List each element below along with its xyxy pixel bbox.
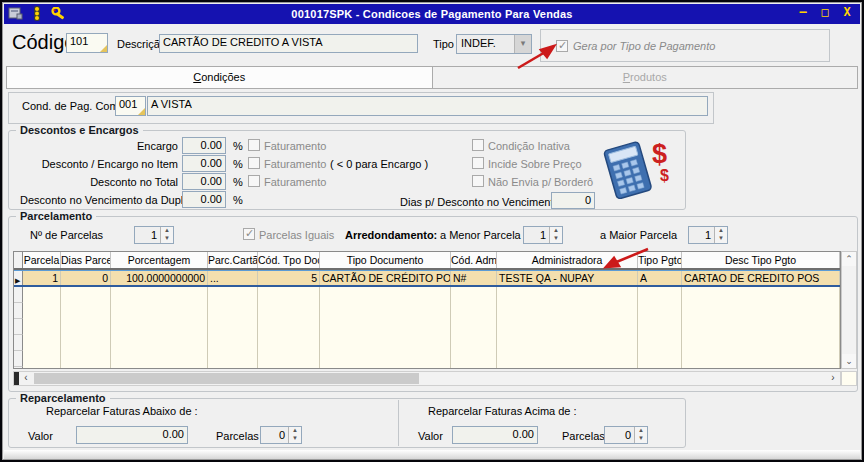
spin-down-icon[interactable]	[289, 435, 301, 443]
parcelas-acima-spinner[interactable]: 0	[604, 426, 648, 444]
desconto-value-field[interactable]: 0.00	[182, 137, 226, 154]
spin-down-icon[interactable]	[635, 435, 647, 443]
grid-empty-cell	[451, 287, 497, 303]
faturamento-label: Faturamento	[264, 140, 326, 152]
valor-abaixo-field[interactable]: 0.00	[76, 426, 188, 444]
grid-cell[interactable]: A	[638, 271, 682, 285]
grid-empty-cell	[320, 319, 451, 335]
desconto-value-field[interactable]: 0.00	[182, 155, 226, 172]
grid-empty-cell	[682, 335, 840, 351]
grid-cell[interactable]: CARTÃO DE CRÉDITO POS	[320, 271, 451, 285]
menor-parcela-spinner[interactable]: 1	[523, 226, 563, 244]
grid-empty-cell	[61, 319, 111, 335]
grid-empty-cell	[682, 287, 840, 303]
wrench-icon[interactable]	[51, 7, 66, 23]
spin-up-icon[interactable]	[635, 427, 647, 435]
tipo-label: Tipo	[433, 38, 454, 50]
grid-empty-cell	[451, 351, 497, 367]
grid-empty-cell	[638, 287, 682, 303]
scroll-down-button[interactable]: ⌄	[842, 354, 856, 368]
grid-vertical-scrollbar[interactable]: ⌃ ⌄	[841, 251, 857, 369]
grid-cell[interactable]: 1	[23, 271, 61, 285]
grid-header-cell[interactable]: Tipo Pgto	[638, 252, 682, 268]
grid-header-cell[interactable]: Desc Tipo Pgto	[682, 252, 840, 268]
grid-cell[interactable]: 0	[61, 271, 111, 285]
grid-empty-cell	[320, 335, 451, 351]
row-selector-cell	[14, 351, 23, 367]
grid-empty-cell	[111, 351, 208, 367]
grid-header-cell[interactable]: Cód. Adm.	[451, 252, 497, 268]
grid-header-cell[interactable]: Dias Parcela	[61, 252, 111, 268]
spin-up-icon[interactable]	[161, 227, 173, 235]
dias-desconto-label: Dias p/ Desconto no Vencimento	[400, 196, 546, 208]
grid-header-cell[interactable]: Cód. Tpo Doc	[258, 252, 320, 268]
parcelas-abaixo-spinner[interactable]: 0	[260, 426, 302, 444]
grid-empty-cell	[111, 367, 208, 369]
traffic-light-icon[interactable]	[32, 6, 42, 23]
grid-empty-cell	[208, 351, 258, 367]
maximize-button[interactable]: □	[818, 5, 832, 19]
grid-empty-cell	[208, 303, 258, 319]
num-parcelas-spinner[interactable]: 1	[134, 226, 174, 244]
grid-horizontal-scrollbar[interactable]: ‹ ›	[13, 371, 841, 386]
grid-empty-cell	[451, 319, 497, 335]
maior-parcela-spinner[interactable]: 1	[688, 226, 728, 244]
row-selector-cell	[14, 287, 23, 303]
grid-empty-cell	[682, 319, 840, 335]
spin-down-icon[interactable]	[550, 235, 562, 243]
cond-pag-code-field[interactable]: 001	[115, 96, 146, 116]
parcelas-iguais-label: Parcelas Iguais	[259, 229, 334, 241]
grid-cell[interactable]: 100.0000000000	[111, 271, 208, 285]
scroll-right-button[interactable]: ›	[826, 372, 840, 385]
faturamento-label: Faturamento	[264, 158, 326, 170]
window-bottom-edge	[4, 450, 860, 459]
close-button[interactable]: X	[840, 5, 854, 19]
grid-cell[interactable]: N#	[451, 271, 497, 285]
faturamento-checkbox	[248, 139, 260, 151]
form-icon[interactable]	[8, 7, 23, 22]
grid-scroll-corner	[841, 371, 857, 386]
codigo-field[interactable]: 101	[66, 33, 108, 53]
desconto-value-field[interactable]: 0.00	[182, 173, 226, 190]
cond-pag-desc-field[interactable]: A VISTA	[147, 96, 708, 116]
dias-desconto-field[interactable]: 0	[551, 192, 595, 209]
grid-header-cell[interactable]: Tipo Documento	[320, 252, 451, 268]
field-grip-icon	[100, 45, 107, 52]
valor-acima-field[interactable]: 0.00	[452, 426, 538, 444]
scroll-thumb[interactable]	[34, 373, 419, 384]
tab-condicoes[interactable]: Condições	[7, 67, 433, 88]
application-window: 001017SPK - Condicoes de Pagamento Para …	[0, 0, 864, 462]
gera-por-tipo-checkbox	[556, 40, 568, 52]
grid-empty-cell	[23, 335, 61, 351]
spin-up-icon[interactable]	[289, 427, 301, 435]
grid-cell[interactable]: ...	[208, 271, 258, 285]
reparcelamento-title: Reparcelamento	[16, 392, 110, 404]
spin-up-icon[interactable]	[715, 227, 727, 235]
grid-empty-cell	[61, 351, 111, 367]
grid-header-cell[interactable]: Parc.Cartão	[208, 252, 258, 268]
spin-down-icon[interactable]	[715, 235, 727, 243]
menor-parcela-label: a Menor Parcela	[440, 229, 521, 241]
grid-cell[interactable]: CARTAO DE CREDITO POS	[682, 271, 840, 285]
grid-cell[interactable]: TESTE QA - NUPAY	[497, 271, 638, 285]
grid-empty-cell	[258, 287, 320, 303]
option-checkbox-label: Condição Inativa	[488, 140, 570, 152]
descricao-field[interactable]: CARTÃO DE CREDITO A VISTA	[159, 34, 418, 53]
spin-up-icon[interactable]	[550, 227, 562, 235]
grid-empty-cell	[61, 303, 111, 319]
grid-empty-cell	[258, 367, 320, 369]
dropdown-arrow-icon	[514, 35, 531, 53]
spin-down-icon[interactable]	[161, 235, 173, 243]
scroll-up-button[interactable]: ⌃	[842, 252, 856, 266]
grid-cell[interactable]: 5	[258, 271, 320, 285]
scroll-left-button[interactable]: ‹	[19, 372, 33, 385]
valor-acima-label: Valor	[418, 430, 443, 442]
grid-header-cell[interactable]: Parcela	[23, 252, 61, 268]
grid-empty-cell	[23, 287, 61, 303]
grid-header-cell[interactable]: Administradora	[497, 252, 638, 268]
option-checkbox	[472, 175, 484, 187]
minimize-button[interactable]: —	[796, 5, 810, 19]
grid-header-cell[interactable]: Porcentagem	[111, 252, 208, 268]
desconto-value-field[interactable]: 0.00	[182, 191, 226, 208]
grid-selected-row[interactable]: ▶10100.0000000000...5CARTÃO DE CRÉDITO P…	[14, 270, 840, 287]
